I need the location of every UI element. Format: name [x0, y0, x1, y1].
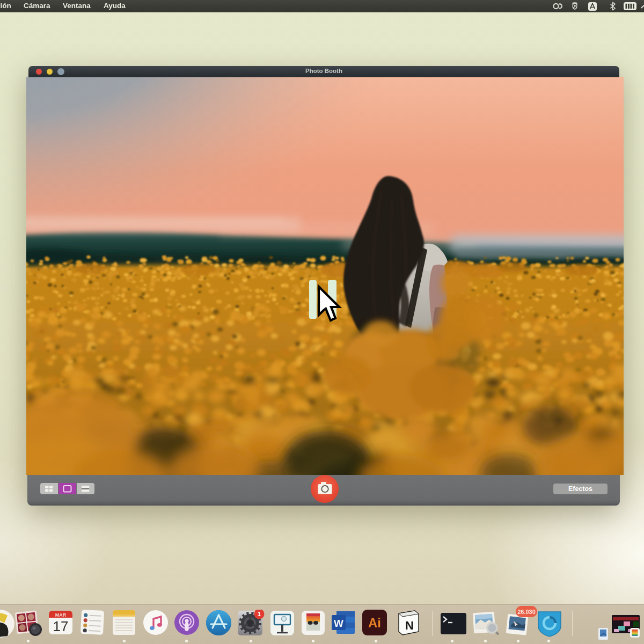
svg-text:1: 1 [258, 611, 261, 617]
svg-text:17: 17 [53, 618, 69, 634]
svg-text:W: W [334, 618, 343, 629]
svg-text:Ai: Ai [368, 616, 381, 630]
svg-text:26.030: 26.030 [517, 609, 536, 615]
svg-text:MAR: MAR [55, 612, 67, 618]
svg-text:N: N [405, 619, 414, 632]
